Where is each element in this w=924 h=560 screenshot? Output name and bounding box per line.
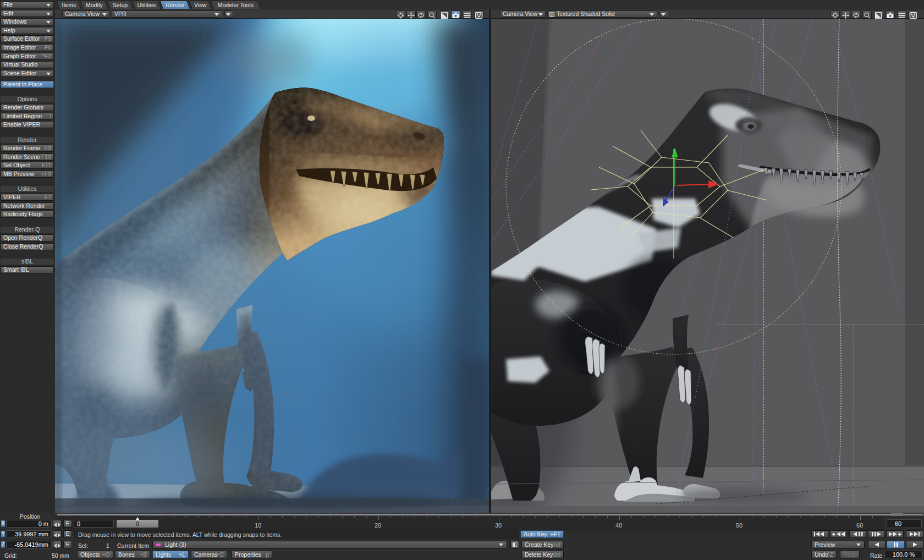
svg-text:40: 40 (615, 522, 622, 529)
svg-text:10: 10 (255, 522, 261, 529)
svg-text:50: 50 (736, 522, 743, 529)
svg-text:20: 20 (375, 522, 381, 529)
svg-text:60: 60 (856, 522, 863, 529)
svg-text:30: 30 (495, 522, 502, 529)
